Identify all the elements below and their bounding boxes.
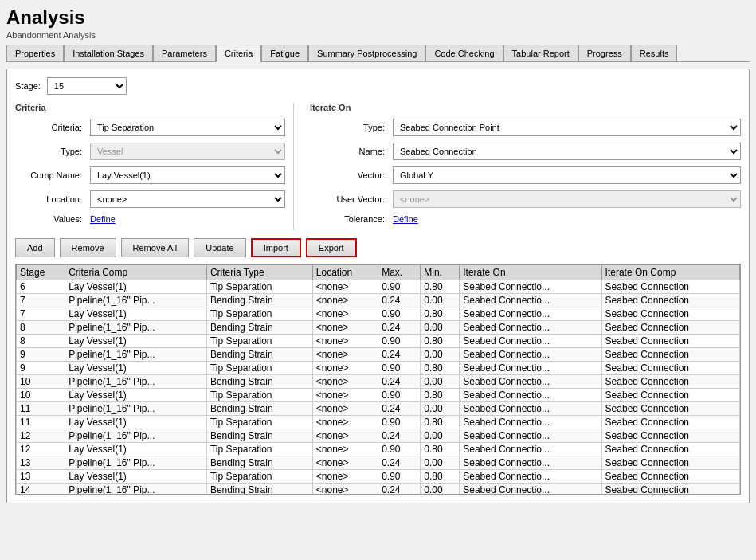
cell-3: <none> [312, 416, 378, 429]
user-vector-select[interactable]: <none> [393, 190, 741, 208]
table-row[interactable]: 8Pipeline(1_16" Pip...Bending Strain<non… [17, 321, 740, 335]
cell-5: 0.80 [421, 362, 460, 375]
cell-1: Pipeline(1_16" Pip... [65, 321, 207, 335]
remove-button[interactable]: Remove [60, 238, 116, 257]
comp-name-select-wrapper: Lay Vessel(1) [90, 166, 285, 184]
cell-2: Tip Separation [206, 335, 312, 348]
col-stage: Stage [17, 265, 65, 280]
tab-properties[interactable]: Properties [6, 45, 64, 61]
tab-results[interactable]: Results [631, 45, 678, 61]
iterate-type-select[interactable]: Seabed Connection Point [393, 119, 741, 136]
cell-2: Bending Strain [206, 484, 312, 495]
cell-6: Seabed Connectio... [460, 294, 601, 307]
cell-1: Pipeline(1_16" Pip... [65, 375, 207, 389]
cell-5: 0.00 [421, 429, 460, 443]
vector-select-wrapper: Global Y [393, 166, 741, 184]
table-row[interactable]: 9Lay Vessel(1)Tip Separation<none>0.900.… [17, 362, 740, 375]
tab-criteria[interactable]: Criteria [216, 45, 261, 62]
cell-3: <none> [312, 280, 378, 294]
cell-7: Seabed Connection [601, 402, 739, 416]
cell-1: Lay Vessel(1) [65, 280, 207, 294]
cell-4: 0.24 [378, 348, 421, 362]
tab-summary-postprocessing[interactable]: Summary Postprocessing [308, 45, 425, 61]
cell-1: Lay Vessel(1) [65, 416, 207, 429]
table-row[interactable]: 12Lay Vessel(1)Tip Separation<none>0.900… [17, 443, 740, 456]
cell-3: <none> [312, 362, 378, 375]
comp-name-select[interactable]: Lay Vessel(1) [90, 166, 285, 184]
col-iterate-on-comp: Iterate On Comp [601, 265, 739, 280]
cell-7: Seabed Connection [601, 321, 739, 335]
table-row[interactable]: 10Lay Vessel(1)Tip Separation<none>0.900… [17, 389, 740, 402]
values-label: Values: [15, 214, 87, 224]
tab-parameters[interactable]: Parameters [153, 45, 216, 61]
table-row[interactable]: 13Pipeline(1_16" Pip...Bending Strain<no… [17, 456, 740, 470]
tab-fatigue[interactable]: Fatigue [261, 45, 308, 61]
cell-7: Seabed Connection [601, 348, 739, 362]
cell-4: 0.24 [378, 456, 421, 470]
update-button[interactable]: Update [194, 238, 245, 257]
cell-5: 0.00 [421, 294, 460, 307]
import-button[interactable]: Import [251, 238, 301, 257]
cell-0: 8 [17, 335, 65, 348]
cell-6: Seabed Connectio... [460, 402, 601, 416]
tab-code-checking[interactable]: Code Checking [425, 45, 503, 61]
table-row[interactable]: 10Pipeline(1_16" Pip...Bending Strain<no… [17, 375, 740, 389]
cell-4: 0.24 [378, 375, 421, 389]
cell-7: Seabed Connection [601, 416, 739, 429]
table-row[interactable]: 7Pipeline(1_16" Pip...Bending Strain<non… [17, 294, 740, 307]
criteria-define-button[interactable]: Define [90, 214, 116, 224]
cell-6: Seabed Connectio... [460, 280, 601, 294]
cell-3: <none> [312, 375, 378, 389]
criteria-select[interactable]: Tip Separation [90, 119, 285, 136]
vector-select[interactable]: Global Y [393, 166, 741, 184]
cell-0: 11 [17, 402, 65, 416]
cell-5: 0.00 [421, 348, 460, 362]
cell-6: Seabed Connectio... [460, 484, 601, 495]
tab-tabular-report[interactable]: Tabular Report [503, 45, 578, 61]
iterate-name-select[interactable]: Seabed Connection [393, 143, 741, 160]
cell-3: <none> [312, 389, 378, 402]
cell-5: 0.80 [421, 443, 460, 456]
cell-3: <none> [312, 470, 378, 484]
cell-2: Tip Separation [206, 416, 312, 429]
tab-progress[interactable]: Progress [578, 45, 631, 61]
location-select[interactable]: <none> [90, 190, 285, 208]
table-row[interactable]: 8Lay Vessel(1)Tip Separation<none>0.900.… [17, 335, 740, 348]
criteria-type-select[interactable]: Vessel [90, 143, 285, 160]
criteria-label: Criteria: [15, 123, 87, 132]
table-row[interactable]: 9Pipeline(1_16" Pip...Bending Strain<non… [17, 348, 740, 362]
cell-3: <none> [312, 402, 378, 416]
stage-row: Stage: 15 [15, 77, 741, 95]
cell-7: Seabed Connection [601, 470, 739, 484]
location-select-wrapper: <none> [90, 190, 285, 208]
table-row[interactable]: 11Lay Vessel(1)Tip Separation<none>0.900… [17, 416, 740, 429]
criteria-row: Criteria: Tip Separation [15, 119, 285, 136]
cell-2: Tip Separation [206, 389, 312, 402]
table-row[interactable]: 13Lay Vessel(1)Tip Separation<none>0.900… [17, 470, 740, 484]
iterate-define-button[interactable]: Define [393, 214, 418, 224]
cell-2: Bending Strain [206, 321, 312, 335]
export-button[interactable]: Export [306, 238, 357, 257]
criteria-type-label: Type: [15, 147, 87, 156]
remove-all-button[interactable]: Remove All [121, 238, 190, 257]
table-row[interactable]: 14Pipeline(1_16" Pip...Bending Strain<no… [17, 484, 740, 495]
table-row[interactable]: 6Lay Vessel(1)Tip Separation<none>0.900.… [17, 280, 740, 294]
cell-6: Seabed Connectio... [460, 375, 601, 389]
cell-2: Tip Separation [206, 280, 312, 294]
tab-installation-stages[interactable]: Installation Stages [64, 45, 153, 61]
table-row[interactable]: 11Pipeline(1_16" Pip...Bending Strain<no… [17, 402, 740, 416]
stage-select[interactable]: 15 [47, 77, 127, 95]
cell-4: 0.24 [378, 484, 421, 495]
table-row[interactable]: 12Pipeline(1_16" Pip...Bending Strain<no… [17, 429, 740, 443]
cell-1: Pipeline(1_16" Pip... [65, 484, 207, 495]
add-button[interactable]: Add [15, 238, 55, 257]
cell-7: Seabed Connection [601, 375, 739, 389]
data-table: Stage Criteria Comp Criteria Type Locati… [16, 264, 740, 495]
cell-5: 0.80 [421, 335, 460, 348]
iterate-header: Iterate On [310, 103, 741, 112]
cell-3: <none> [312, 294, 378, 307]
table-row[interactable]: 7Lay Vessel(1)Tip Separation<none>0.900.… [17, 307, 740, 321]
cell-7: Seabed Connection [601, 484, 739, 495]
main-panel: Stage: 15 Criteria Criteria: Tip Separat… [6, 69, 750, 503]
cell-5: 0.80 [421, 389, 460, 402]
